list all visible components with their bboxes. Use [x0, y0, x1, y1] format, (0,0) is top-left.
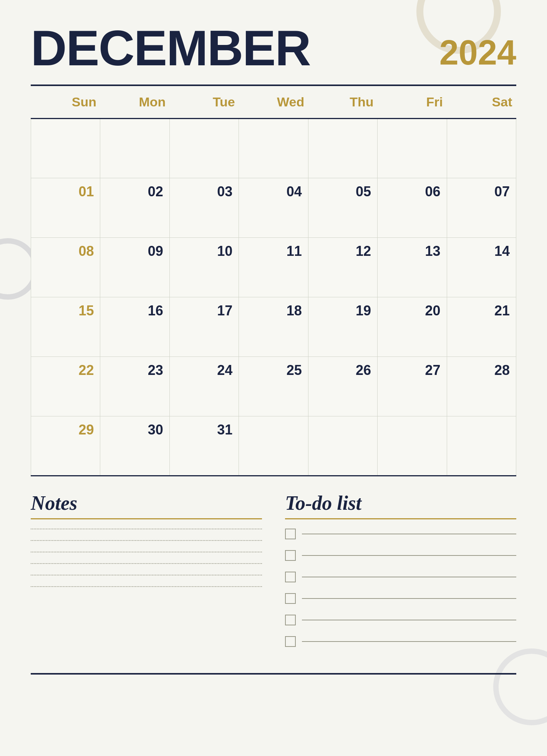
notes-title: Notes	[31, 492, 262, 514]
notes-divider	[31, 518, 262, 519]
day-cell: 26	[308, 357, 377, 416]
week-row: 08 09 10 11 12 13 14	[31, 238, 516, 297]
todo-item-line-3	[302, 577, 516, 577]
day-cell: 22	[31, 357, 100, 416]
day-cell: 09	[100, 238, 169, 297]
todo-item-1	[285, 529, 516, 539]
calendar-header: DECEMBER 2024	[31, 23, 516, 73]
day-cell	[31, 119, 100, 178]
todo-item-3	[285, 572, 516, 582]
bottom-section: Notes To-do list	[31, 492, 516, 658]
day-cell: 05	[308, 178, 377, 238]
day-cell: 19	[308, 297, 377, 357]
notes-line-2	[31, 540, 262, 541]
header-mon: Mon	[100, 86, 169, 119]
week-row: 15 16 17 18 19 20 21	[31, 297, 516, 357]
day-cell: 17	[169, 297, 239, 357]
header-sat: Sat	[447, 86, 516, 119]
days-header-row: Sun Mon Tue Wed Thu Fri Sat	[31, 86, 516, 119]
week-row	[31, 119, 516, 178]
todo-divider	[285, 518, 516, 519]
notes-line-5	[31, 575, 262, 575]
notes-section: Notes	[31, 492, 262, 658]
todo-item-2	[285, 550, 516, 561]
day-cell: 24	[169, 357, 239, 416]
calendar-page: DECEMBER 2024 Sun Mon Tue Wed Thu Fri Sa…	[0, 0, 547, 756]
day-cell: 07	[447, 178, 516, 238]
header-tue: Tue	[169, 86, 239, 119]
month-title: DECEMBER	[31, 23, 310, 73]
day-cell: 14	[447, 238, 516, 297]
day-cell: 30	[100, 416, 169, 476]
todo-item-4	[285, 593, 516, 604]
day-cell	[447, 119, 516, 178]
day-cell	[100, 119, 169, 178]
todo-checkbox-3[interactable]	[285, 572, 296, 582]
notes-line-3	[31, 552, 262, 552]
day-cell: 18	[239, 297, 308, 357]
day-cell: 12	[308, 238, 377, 297]
day-cell: 16	[100, 297, 169, 357]
todo-item-line-6	[302, 641, 516, 642]
day-cell	[239, 416, 308, 476]
todo-section: To-do list	[285, 492, 516, 658]
todo-item-line-2	[302, 555, 516, 556]
day-cell: 11	[239, 238, 308, 297]
day-cell: 01	[31, 178, 100, 238]
todo-title: To-do list	[285, 492, 516, 514]
day-cell: 23	[100, 357, 169, 416]
day-cell: 13	[378, 238, 447, 297]
day-cell	[239, 119, 308, 178]
week-row: 01 02 03 04 05 06 07	[31, 178, 516, 238]
day-cell: 03	[169, 178, 239, 238]
day-cell: 28	[447, 357, 516, 416]
day-cell: 21	[447, 297, 516, 357]
todo-item-5	[285, 615, 516, 625]
notes-line-6	[31, 586, 262, 587]
day-cell: 15	[31, 297, 100, 357]
day-cell	[378, 416, 447, 476]
header-fri: Fri	[378, 86, 447, 119]
todo-checkbox-5[interactable]	[285, 615, 296, 625]
todo-item-line-5	[302, 620, 516, 620]
notes-line-4	[31, 563, 262, 564]
week-row: 22 23 24 25 26 27 28	[31, 357, 516, 416]
day-cell: 27	[378, 357, 447, 416]
week-row: 29 30 31	[31, 416, 516, 476]
day-cell: 20	[378, 297, 447, 357]
todo-checkbox-1[interactable]	[285, 529, 296, 539]
bottom-border	[31, 673, 516, 675]
day-cell: 08	[31, 238, 100, 297]
day-cell	[308, 119, 377, 178]
calendar-table: Sun Mon Tue Wed Thu Fri Sat	[31, 86, 516, 476]
day-cell: 06	[378, 178, 447, 238]
day-cell: 10	[169, 238, 239, 297]
header-wed: Wed	[239, 86, 308, 119]
day-cell: 02	[100, 178, 169, 238]
day-cell: 04	[239, 178, 308, 238]
day-cell	[308, 416, 377, 476]
todo-item-6	[285, 636, 516, 647]
day-cell	[169, 119, 239, 178]
year-title: 2024	[439, 35, 516, 73]
day-cell: 25	[239, 357, 308, 416]
todo-checkbox-6[interactable]	[285, 636, 296, 647]
notes-line-1	[31, 529, 262, 529]
day-cell	[378, 119, 447, 178]
todo-checkbox-2[interactable]	[285, 550, 296, 561]
day-cell: 29	[31, 416, 100, 476]
todo-item-line-1	[302, 534, 516, 534]
day-cell	[447, 416, 516, 476]
header-thu: Thu	[308, 86, 377, 119]
day-cell: 31	[169, 416, 239, 476]
todo-checkbox-4[interactable]	[285, 593, 296, 604]
header-sun: Sun	[31, 86, 100, 119]
todo-item-line-4	[302, 598, 516, 599]
